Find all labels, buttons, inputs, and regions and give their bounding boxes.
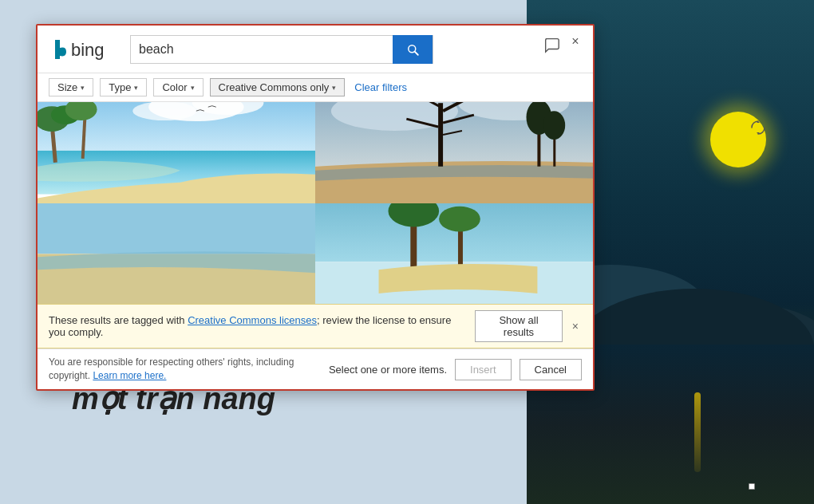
beach-image-3 (38, 203, 315, 305)
image-item-3[interactable] (38, 203, 315, 305)
notification-text: These results are tagged with Creative C… (49, 314, 468, 338)
svg-point-33 (439, 206, 480, 231)
type-chevron-icon: ▾ (134, 84, 138, 92)
beach-image-2 (315, 102, 593, 203)
svg-rect-16 (438, 103, 443, 167)
svg-point-6 (132, 102, 196, 120)
svg-rect-26 (38, 203, 315, 254)
cc-filter-label: Creative Commons only (219, 81, 330, 93)
cancel-button[interactable]: Cancel (520, 359, 582, 380)
clear-filters-link[interactable]: Clear filters (354, 81, 407, 93)
filter-bar: Size ▾ Type ▾ Color ▾ Creative Commons o… (38, 73, 593, 102)
show-all-results-button[interactable]: Show all results (475, 310, 562, 342)
footer-disclaimer: You are responsible for respecting other… (49, 356, 329, 383)
search-box (130, 35, 433, 64)
image-grid (38, 102, 593, 304)
color-chevron-icon: ▾ (191, 84, 195, 92)
cc-license-link[interactable]: Creative Commons licenses (188, 314, 317, 326)
rotate-handle[interactable] (749, 118, 768, 137)
learn-more-link[interactable]: Learn more here. (93, 370, 166, 381)
cc-chevron-icon: ▾ (332, 84, 336, 92)
bing-image-search-dialog: bing × Size ▾ Type ▾ (36, 24, 595, 391)
chat-button[interactable] (540, 33, 563, 56)
image-item-1[interactable] (38, 102, 315, 203)
size-filter-label: Size (57, 81, 77, 93)
footer-actions: Select one or more items. Insert Cancel (329, 359, 582, 380)
image-item-2[interactable] (315, 102, 593, 203)
chat-icon (543, 36, 560, 53)
beach-image-1 (38, 102, 315, 203)
search-icon (405, 42, 420, 57)
notification-bar: These results are tagged with Creative C… (38, 304, 593, 348)
svg-text:bing: bing (71, 40, 105, 60)
type-filter-label: Type (109, 81, 131, 93)
sel-handle-br[interactable] (749, 483, 755, 490)
select-prompt: Select one or more items. (329, 364, 447, 376)
beach-image-4 (315, 203, 593, 305)
svg-point-25 (543, 111, 565, 140)
search-button[interactable] (393, 35, 433, 64)
cc-filter-button[interactable]: Creative Commons only ▾ (210, 78, 346, 96)
light-reflection (694, 392, 701, 472)
bing-logo: bing (49, 37, 121, 62)
bing-logo-svg: bing (49, 37, 121, 62)
close-button[interactable]: × (566, 32, 585, 51)
size-chevron-icon: ▾ (81, 84, 85, 92)
svg-line-2 (415, 51, 418, 54)
dialog-header: bing × (38, 26, 593, 73)
size-filter-button[interactable]: Size ▾ (49, 78, 93, 96)
type-filter-button[interactable]: Type ▾ (100, 78, 147, 96)
search-input[interactable] (131, 36, 393, 63)
insert-button[interactable]: Insert (455, 359, 512, 380)
color-filter-label: Color (162, 81, 187, 93)
image-item-4[interactable] (315, 203, 593, 305)
color-filter-button[interactable]: Color ▾ (153, 78, 203, 96)
notification-close-button[interactable]: × (569, 319, 582, 333)
dialog-footer: You are responsible for respecting other… (38, 348, 593, 389)
